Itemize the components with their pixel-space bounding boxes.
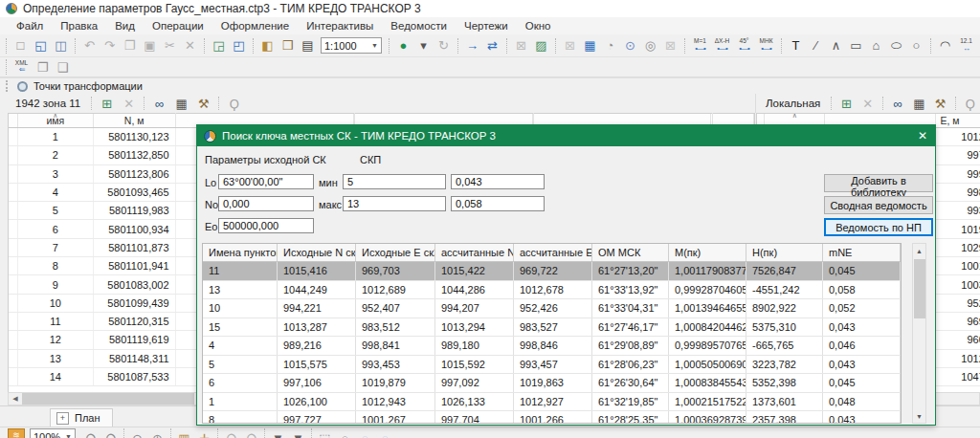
column-header[interactable]: ассчитанные N с — [435, 244, 514, 261]
menu-item-чертежи[interactable]: Чертежи — [456, 18, 517, 33]
column-header[interactable]: N, м — [94, 114, 176, 127]
frame2-icon[interactable]: ⊠ — [660, 36, 680, 55]
paste-icon[interactable]: ▣ — [140, 36, 160, 55]
tools-icon[interactable]: ⚒ — [193, 94, 213, 113]
swap-arrows-icon[interactable]: ⇄ — [482, 36, 502, 55]
result-row[interactable]: 4989,216998,841989,180998,84661°29'08,89… — [203, 337, 901, 356]
menu-item-файл[interactable]: Файл — [8, 18, 52, 33]
menu-item-окно[interactable]: Окно — [517, 18, 560, 33]
copy-sheet2-icon[interactable]: ❑ — [53, 57, 73, 77]
ellipse-sel-icon[interactable]: ◌ — [355, 428, 375, 438]
scrollbar-thumb[interactable] — [914, 259, 925, 318]
cut-icon[interactable]: ✂ — [160, 36, 180, 55]
ellipse-tool-icon[interactable]: ⬭ — [886, 36, 906, 55]
result-row[interactable]: 6997,1061019,879997,0921019,86361°26'30,… — [203, 374, 901, 393]
raster-export-icon[interactable]: ◲ — [209, 36, 229, 55]
spline-tool-icon[interactable]: ∧ — [826, 36, 846, 55]
dialog-title-bar[interactable]: Поиск ключа местных СК - ТИМ КРЕДО ТРАНС… — [197, 125, 935, 146]
frame-icon[interactable]: ⊠ — [560, 36, 580, 55]
copy-icon[interactable]: ❐ — [120, 36, 140, 55]
select-rect-icon[interactable]: ⬚ — [315, 428, 335, 438]
dx-h-mode-icon[interactable]: ΔX-H•—• — [711, 36, 733, 55]
add-to-library-button[interactable]: Добавить в библиотеку — [824, 174, 933, 192]
table-settings-icon[interactable]: ▤ — [298, 36, 318, 55]
scroll-up-arrow-icon[interactable]: ▲ — [916, 244, 923, 257]
graph-color-icon[interactable]: ▨ — [531, 36, 551, 55]
table-view-icon[interactable]: ▦ — [171, 94, 191, 113]
point-style-icon[interactable]: ● — [393, 36, 413, 55]
zoom-next-icon[interactable]: Ϙ — [237, 425, 265, 438]
column-header[interactable] — [9, 114, 18, 127]
ellipse-sel2-icon[interactable]: ◌ — [375, 428, 395, 438]
arc-measure-icon[interactable]: ◠ — [935, 36, 955, 55]
np-sheet-button[interactable]: Ведомость по НП — [824, 218, 933, 236]
eo-field[interactable] — [218, 218, 314, 233]
tools-icon[interactable]: ⚒ — [930, 94, 949, 113]
row-selector[interactable] — [9, 220, 18, 237]
column-header[interactable]: ассчитанные E ск — [514, 244, 592, 261]
row-selector[interactable] — [9, 368, 18, 385]
row-selector[interactable] — [9, 275, 18, 293]
table-view-icon[interactable]: ▦ — [909, 94, 928, 113]
column-header[interactable]: Е, м — [936, 114, 980, 127]
row-selector[interactable] — [9, 313, 18, 330]
max-skp-field[interactable] — [451, 196, 545, 211]
zoom-plus-icon[interactable]: ⊕ — [147, 428, 167, 438]
row-selector[interactable] — [9, 350, 18, 367]
column-header[interactable]: Н(пк) — [746, 244, 823, 261]
search-key-icon[interactable]: Ϙ — [224, 94, 244, 113]
row-selector[interactable] — [9, 331, 18, 348]
protractor-icon[interactable]: ◔ — [600, 36, 620, 55]
menu-item-вид[interactable]: Вид — [106, 18, 144, 33]
dialog-close-icon[interactable]: ✕ — [914, 127, 931, 144]
polygon-tool-icon[interactable]: ⌂ — [866, 36, 886, 55]
open-file-icon[interactable]: ◱ — [31, 36, 51, 55]
mnk-mode-icon[interactable]: МНК•—• — [755, 36, 777, 55]
result-row[interactable]: 151013,287983,5121013,294983,52761°27'46… — [203, 318, 901, 338]
column-header[interactable]: ОМ МСК — [592, 244, 669, 261]
result-row[interactable]: 111015,416969,7031015,422969,72261°27'13… — [203, 262, 901, 281]
column-header[interactable]: Имена пунктов — [203, 244, 278, 261]
column-header[interactable]: имя∧ — [18, 114, 94, 127]
undo-icon[interactable]: ↶ — [79, 36, 100, 55]
row-selector[interactable] — [9, 257, 18, 274]
scroll-left-arrow-icon[interactable]: ◀ — [9, 393, 22, 405]
gallery-icon[interactable]: ❒ — [278, 36, 298, 55]
row-selector[interactable] — [9, 202, 18, 219]
tab-plan[interactable]: + План — [50, 408, 113, 427]
deg45-mode-icon[interactable]: 45°•—• — [733, 36, 755, 55]
delete-icon[interactable]: ✕ — [180, 36, 200, 55]
result-row[interactable]: 11026,1001012,9431026,1331012,92761°32'1… — [203, 393, 901, 412]
delete-row-icon[interactable]: ✕ — [119, 94, 139, 113]
pan-tool-icon[interactable]: ≋ — [8, 428, 25, 438]
row-selector[interactable] — [9, 295, 18, 312]
scrollbar-thumb[interactable] — [22, 393, 194, 405]
result-row[interactable]: 10994,221952,407994,207952,42661°33'04,3… — [203, 299, 901, 318]
row-selector[interactable] — [9, 165, 18, 183]
m1-mode-icon[interactable]: M=1•—• — [689, 36, 711, 55]
filter-icon[interactable]: ▼ — [268, 428, 288, 438]
summary-sheet-button[interactable]: Сводная ведомость — [824, 196, 933, 214]
calculator-icon[interactable]: ▦ — [580, 36, 600, 55]
text-tool-icon[interactable]: T — [786, 36, 806, 55]
zoom-out-icon[interactable]: Ϙ — [97, 425, 124, 438]
column-header[interactable]: mNE — [823, 244, 901, 261]
circle-sel-icon[interactable]: ○ — [335, 428, 355, 438]
min-field[interactable] — [343, 174, 446, 189]
redo-icon[interactable]: ↷ — [100, 36, 120, 55]
row-selector[interactable] — [9, 239, 18, 256]
menu-item-ведомости[interactable]: Ведомости — [382, 18, 456, 33]
structure-icon[interactable]: ⊞ — [836, 94, 856, 113]
menu-item-операции[interactable]: Операции — [144, 18, 212, 33]
column-header[interactable]: М(пк) — [669, 244, 746, 261]
dimension-icon[interactable]: 12.1↔ — [955, 36, 977, 55]
scale-combobox[interactable]: 1:1000▼ — [321, 37, 382, 54]
result-row[interactable]: 8997,7271001,267997,7041001,26661°28'25,… — [203, 411, 901, 424]
binoculars-icon[interactable]: ∞ — [888, 94, 907, 113]
result-row[interactable]: 131044,2491012,6891044,2861012,67861°33'… — [203, 281, 901, 300]
menu-item-оформление[interactable]: Оформление — [212, 18, 298, 33]
pan-cross-icon[interactable]: ✛ — [194, 428, 214, 438]
circle-tool-icon[interactable]: ○ — [906, 36, 926, 55]
max-field[interactable] — [343, 196, 446, 211]
structure-icon[interactable]: ⊞ — [97, 94, 117, 113]
